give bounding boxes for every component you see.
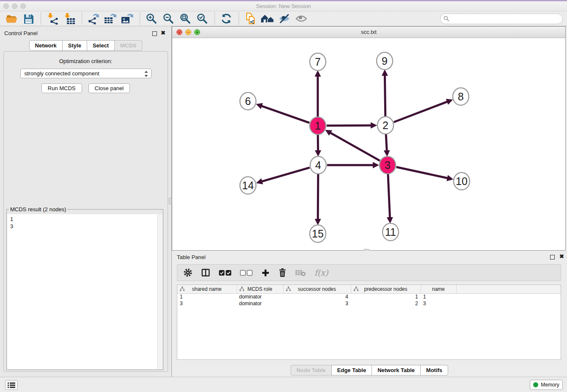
houses-icon — [260, 13, 275, 24]
delete-table-icon — [295, 269, 306, 276]
graph-edge-3-11[interactable] — [388, 174, 390, 218]
tab-style[interactable]: Style — [62, 40, 87, 51]
graph-edge-4-15[interactable] — [318, 174, 318, 219]
network-canvas[interactable]: 7968124314101511 — [172, 38, 565, 250]
graph-node-label: 11 — [385, 226, 396, 238]
tab-network[interactable]: Network — [29, 40, 63, 51]
float-table-panel-icon[interactable] — [550, 255, 555, 259]
col-shared-name[interactable]: shared name — [177, 285, 237, 293]
zoom-selected-icon — [196, 13, 208, 25]
network-window-titlebar: × − + scc.txt — [172, 27, 565, 38]
memory-button[interactable]: Memory — [530, 380, 563, 390]
home-layout-button[interactable] — [260, 12, 275, 25]
tab-node-table[interactable]: Node Table — [291, 365, 332, 375]
mcds-panel: Optimization criterion: strongly connect… — [3, 51, 168, 372]
open-session-button[interactable] — [4, 12, 19, 25]
hide-selected-button[interactable] — [277, 12, 292, 25]
deselect-all-button[interactable] — [240, 270, 253, 276]
graph-node-label: 15 — [312, 228, 324, 240]
select-all-button[interactable] — [219, 270, 231, 276]
export-table-icon — [104, 13, 117, 25]
close-panel-button[interactable]: Close panel — [88, 83, 130, 93]
table-panel: Table Panel ✖ f(x) shared name MCDS role… — [172, 251, 567, 377]
col-successor-nodes[interactable]: successor nodes — [283, 285, 351, 293]
table-settings-button[interactable] — [183, 268, 193, 277]
import-table-button[interactable] — [62, 12, 77, 25]
graph-node-label: 2 — [383, 119, 388, 131]
search-icon — [443, 16, 449, 22]
node-table[interactable]: shared name MCDS role successor nodes pr… — [177, 284, 561, 360]
graph-node-label: 8 — [458, 91, 464, 102]
graph-edge-3-10[interactable] — [396, 167, 448, 178]
list-icon — [8, 382, 15, 388]
search-input[interactable] — [440, 14, 563, 24]
run-mcds-button[interactable]: Run MCDS — [41, 83, 82, 93]
col-filler — [456, 285, 561, 293]
table-header-row: shared name MCDS role successor nodes pr… — [177, 285, 561, 293]
control-panel: Control Panel ✖ Network Style Select MCD… — [0, 26, 172, 377]
graph-edge-1-6[interactable] — [261, 106, 309, 123]
import-network-icon — [46, 13, 59, 25]
graph-edge-4-14[interactable] — [262, 168, 310, 182]
export-network-button[interactable] — [86, 12, 101, 25]
tab-select[interactable]: Select — [87, 40, 115, 51]
toolbar-separator — [140, 13, 140, 25]
graph-edge-2-3[interactable] — [386, 134, 387, 151]
tab-motifs[interactable]: Motifs — [420, 365, 448, 375]
show-all-button[interactable] — [294, 12, 308, 25]
control-panel-tabs: Network Style Select MCDS — [0, 40, 171, 51]
copy-view-button[interactable] — [243, 12, 258, 25]
result-scrollbar[interactable] — [157, 214, 162, 369]
control-panel-title: Control Panel — [4, 30, 38, 36]
eye-slash-icon — [278, 13, 291, 24]
float-panel-icon[interactable] — [152, 31, 157, 36]
column-tree-icon — [239, 287, 244, 292]
graph-edge-2-9[interactable] — [385, 75, 385, 116]
graph-node-label: 3 — [385, 159, 391, 171]
refresh-button[interactable] — [219, 12, 234, 25]
gear-icon — [183, 268, 193, 277]
show-columns-button[interactable] — [201, 268, 210, 277]
graph-node-label: 7 — [315, 56, 321, 68]
graph-edge-1-2[interactable] — [327, 125, 371, 126]
delete-table-button[interactable] — [295, 269, 306, 276]
col-predecessor-nodes[interactable]: predecessor nodes — [351, 285, 421, 293]
mcds-result-area[interactable]: 1 3 — [7, 214, 162, 369]
mcds-result-box: MCDS result (2 nodes) 1 3 — [6, 209, 163, 370]
add-column-button[interactable] — [261, 268, 270, 277]
zoom-fit-button[interactable] — [178, 12, 193, 25]
task-history-button[interactable] — [5, 380, 18, 390]
graph-node-label: 4 — [315, 159, 321, 171]
tab-edge-table[interactable]: Edge Table — [331, 365, 372, 375]
col-mcds-role[interactable]: MCDS role — [237, 285, 283, 293]
close-panel-icon[interactable]: ✖ — [161, 30, 165, 36]
criterion-select[interactable]: strongly connected component — [20, 69, 151, 78]
export-image-button[interactable] — [120, 12, 135, 25]
graph-edge-2-8[interactable] — [394, 102, 448, 122]
graph-node-label: 10 — [456, 175, 468, 187]
table-toolbar: f(x) — [177, 264, 561, 281]
delete-column-button[interactable] — [278, 268, 286, 277]
table-row[interactable]: 3dominator323 — [177, 300, 561, 307]
table-row[interactable]: 1dominator411 — [177, 293, 561, 300]
tab-network-table[interactable]: Network Table — [372, 365, 421, 375]
panel-splitter-grip[interactable] — [169, 198, 172, 204]
save-session-button[interactable] — [21, 12, 36, 25]
graph-node-label: 9 — [382, 55, 388, 67]
network-view-window: × − + scc.txt 7968124314101511 — [172, 26, 566, 251]
tab-mcds[interactable]: MCDS — [114, 40, 142, 51]
graph-edge-3-1[interactable] — [330, 133, 380, 161]
search-field-wrap — [440, 14, 563, 24]
table-panel-title: Table Panel — [177, 254, 206, 260]
mcds-result-values: 1 3 — [7, 214, 162, 231]
zoom-selected-button[interactable] — [195, 12, 209, 25]
close-table-panel-icon[interactable]: ✖ — [559, 253, 564, 259]
zoom-in-icon — [146, 13, 157, 25]
export-table-button[interactable] — [103, 12, 118, 25]
network-graph[interactable]: 7968124314101511 — [172, 38, 565, 250]
function-builder-button[interactable]: f(x) — [314, 268, 328, 277]
zoom-out-button[interactable] — [161, 12, 176, 25]
col-name[interactable]: name — [421, 285, 456, 293]
zoom-in-button[interactable] — [144, 12, 159, 25]
import-network-button[interactable] — [45, 12, 60, 25]
